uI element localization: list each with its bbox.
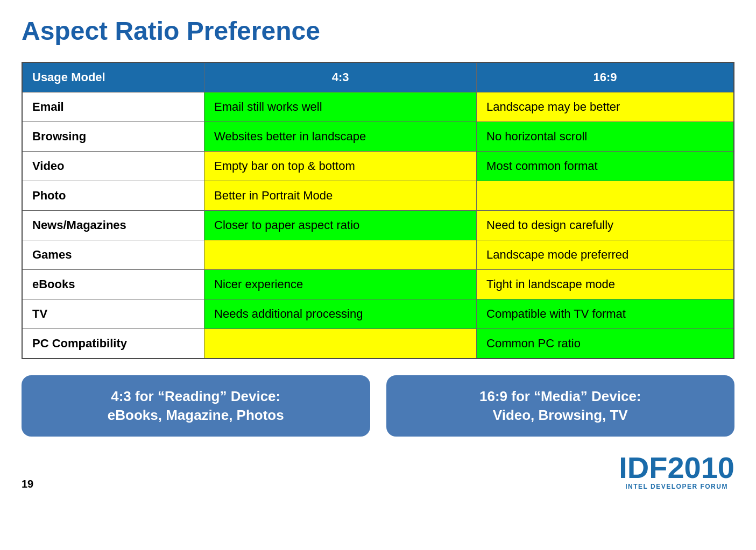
usage-model-cell: Email [22,92,204,122]
col169-cell: Landscape mode preferred [477,240,734,270]
usage-model-cell: Photo [22,181,204,211]
aspect-ratio-table: Usage Model 4:3 16:9 EmailEmail still wo… [22,62,734,359]
col169-cell: Landscape may be better [477,92,734,122]
col43-cell: Empty bar on top & bottom [204,152,477,181]
table-row: eBooksNicer experienceTight in landscape… [22,270,734,299]
col-header-usage: Usage Model [22,62,204,92]
col43-cell: Email still works well [204,92,477,122]
col43-cell: Needs additional processing [204,299,477,329]
col169-cell: Compatible with TV format [477,299,734,329]
col-header-169: 16:9 [477,62,734,92]
col43-cell: Websites better in landscape [204,122,477,152]
col43-cell [204,240,477,270]
footer-box-169-line2: Video, Browsing, TV [493,407,628,423]
table-header-row: Usage Model 4:3 16:9 [22,62,734,92]
table-row: BrowsingWebsites better in landscapeNo h… [22,122,734,152]
idf-logo-text: IDF2010 [619,453,734,483]
footer-boxes: 4:3 for “Reading” Device: eBooks, Magazi… [22,375,734,437]
footer-box-43: 4:3 for “Reading” Device: eBooks, Magazi… [22,375,370,437]
usage-model-cell: News/Magazines [22,211,204,240]
table-row: EmailEmail still works wellLandscape may… [22,92,734,122]
usage-model-cell: Games [22,240,204,270]
col169-cell: Need to design carefully [477,211,734,240]
footer-box-169-line1: 16:9 for “Media” Device: [479,388,641,404]
table-row: News/MagazinesCloser to paper aspect rat… [22,211,734,240]
bottom-bar: 19 IDF2010 INTEL DEVELOPER FORUM [22,453,734,490]
usage-model-cell: PC Compatibility [22,329,204,359]
table-row: PhotoBetter in Portrait Mode [22,181,734,211]
slide-number: 19 [22,478,33,490]
col169-cell: Tight in landscape mode [477,270,734,299]
idf-logo: IDF2010 INTEL DEVELOPER FORUM [619,453,734,490]
usage-model-cell: eBooks [22,270,204,299]
col169-cell [477,181,734,211]
col-header-43: 4:3 [204,62,477,92]
footer-box-43-line1: 4:3 for “Reading” Device: [111,388,280,404]
table-row: TVNeeds additional processingCompatible … [22,299,734,329]
table-row: GamesLandscape mode preferred [22,240,734,270]
usage-model-cell: Browsing [22,122,204,152]
col169-cell: No horizontal scroll [477,122,734,152]
usage-model-cell: TV [22,299,204,329]
col43-cell: Closer to paper aspect ratio [204,211,477,240]
footer-box-169: 16:9 for “Media” Device: Video, Browsing… [386,375,735,437]
idf-logo-subtext: INTEL DEVELOPER FORUM [619,483,734,490]
col43-cell: Nicer experience [204,270,477,299]
table-row: VideoEmpty bar on top & bottomMost commo… [22,152,734,181]
footer-box-43-line2: eBooks, Magazine, Photos [108,407,284,423]
col43-cell [204,329,477,359]
col169-cell: Common PC ratio [477,329,734,359]
table-row: PC CompatibilityCommon PC ratio [22,329,734,359]
usage-model-cell: Video [22,152,204,181]
page-title: Aspect Ratio Preference [22,16,734,46]
col169-cell: Most common format [477,152,734,181]
col43-cell: Better in Portrait Mode [204,181,477,211]
